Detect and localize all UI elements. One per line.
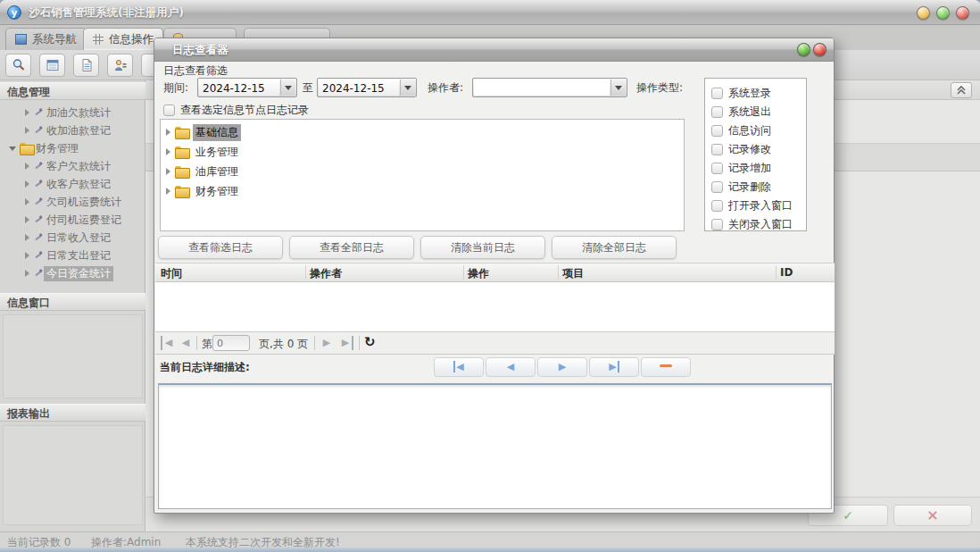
maximize-button[interactable] [936, 6, 950, 20]
sidebar-item-today-funds[interactable]: 今日资金统计 [0, 264, 145, 282]
dialog-titlebar[interactable]: 日志查看器 [154, 38, 834, 62]
cancel-button[interactable]: × [893, 505, 972, 526]
tree-node-depot-mgmt[interactable]: 油库管理 [166, 163, 241, 180]
view-all-logs-button[interactable]: 查看全部日志 [289, 236, 414, 259]
record-next-button[interactable]: ▶ [537, 357, 587, 377]
tab-info-ops[interactable]: 信息操作 [83, 28, 163, 50]
expander-icon[interactable] [25, 109, 29, 116]
next-page-icon: ▶ [323, 337, 330, 348]
date-from-select[interactable]: 2024-12-15 [197, 78, 297, 97]
column-operator[interactable]: 操作者 [310, 266, 342, 281]
sidebar-item-fuel-debt-stats[interactable]: 加油欠款统计 [0, 104, 145, 121]
op-type-close-entry-window[interactable]: 关闭录入窗口 [711, 215, 806, 231]
detail-description-area[interactable] [158, 383, 832, 509]
tree-node-basic-info[interactable]: 基础信息 [166, 124, 241, 140]
view-filtered-logs-button[interactable]: 查看筛选日志 [158, 236, 283, 259]
record-last-button[interactable]: ▶ [589, 357, 639, 377]
operator-button[interactable] [107, 54, 133, 77]
document-button[interactable] [73, 54, 99, 77]
checkbox-icon[interactable] [711, 163, 723, 174]
sidebar-item-daily-expense[interactable]: 日常支出登记 [0, 247, 145, 264]
op-type-record-delete[interactable]: 记录删除 [711, 178, 806, 197]
checkbox-icon[interactable] [711, 88, 723, 99]
op-type-system-login[interactable]: 系统登录 [711, 84, 806, 103]
refresh-button[interactable]: ↻ [364, 334, 376, 350]
sidebar-item-daily-income[interactable]: 日常收入登记 [0, 229, 145, 247]
sidebar-folder-finance[interactable]: 财务管理 [0, 139, 145, 157]
expander-icon[interactable] [25, 127, 29, 134]
first-page-button[interactable]: ◀ [161, 336, 175, 350]
expander-icon[interactable] [25, 198, 29, 205]
record-prev-button[interactable]: ◀ [486, 357, 536, 377]
checkbox-icon[interactable] [711, 106, 723, 118]
person-icon [113, 58, 128, 72]
checkbox-icon[interactable] [163, 105, 175, 116]
op-type-system-logout[interactable]: 系统退出 [711, 103, 806, 121]
checkbox-icon[interactable] [711, 200, 723, 212]
prev-page-button[interactable]: ◀ [179, 336, 193, 350]
sidebar-item-driver-freight-debt[interactable]: 欠司机运费统计 [0, 193, 145, 211]
sidebar-item-label: 欠司机运费统计 [44, 195, 124, 210]
expander-icon[interactable] [166, 129, 170, 136]
column-project[interactable]: 项目 [562, 266, 584, 281]
record-first-button[interactable]: ◀ [434, 357, 484, 377]
page-number-input[interactable] [212, 335, 250, 351]
checkbox-icon[interactable] [711, 144, 723, 155]
next-page-button[interactable]: ▶ [320, 336, 334, 350]
checkbox-icon[interactable] [711, 125, 723, 137]
sidebar-section-report-output[interactable]: 报表输出 [0, 404, 145, 422]
sidebar-item-fuel-payment[interactable]: 收加油款登记 [0, 121, 145, 139]
last-page-button[interactable]: ▶ [339, 336, 353, 350]
expander-icon[interactable] [25, 216, 29, 223]
expander-icon[interactable] [166, 168, 170, 175]
checkbox-icon[interactable] [711, 219, 723, 230]
log-table-body[interactable] [155, 282, 835, 331]
dropdown-arrow-icon[interactable] [280, 79, 295, 96]
op-type-record-add[interactable]: 记录增加 [711, 159, 806, 178]
expander-icon[interactable] [25, 234, 29, 241]
tool-icon [33, 125, 44, 136]
expander-icon[interactable] [166, 148, 170, 155]
to-label: 至 [303, 78, 313, 97]
search-button[interactable] [5, 54, 31, 77]
clear-current-logs-button[interactable]: 清除当前日志 [420, 236, 545, 259]
tree-node-business-mgmt[interactable]: 业务管理 [166, 144, 241, 160]
checkbox-icon[interactable] [711, 181, 723, 193]
tab-system-nav[interactable]: 系统导航 [5, 28, 87, 50]
op-type-open-entry-window[interactable]: 打开录入窗口 [711, 197, 806, 215]
date-to-select[interactable]: 2024-12-15 [317, 78, 417, 97]
clear-all-logs-button[interactable]: 清除全部日志 [552, 236, 677, 259]
sidebar-section-info-window[interactable]: 信息窗口 [0, 293, 145, 311]
tool-icon [33, 107, 44, 118]
expander-icon[interactable] [25, 252, 29, 259]
close-button[interactable] [956, 6, 969, 20]
sidebar-item-customer-debt[interactable]: 客户欠款统计 [0, 157, 145, 175]
expander-icon[interactable] [166, 188, 170, 195]
sidebar-item-customer-payment[interactable]: 收客户款登记 [0, 175, 145, 193]
sidebar-item-driver-freight-pay[interactable]: 付司机运费登记 [0, 211, 145, 229]
sidebar-section-info-mgmt[interactable]: 信息管理 [0, 82, 145, 100]
column-id[interactable]: ID [780, 266, 793, 279]
form-button[interactable] [39, 54, 65, 77]
record-delete-button[interactable] [641, 357, 691, 377]
column-action[interactable]: 操作 [468, 266, 489, 281]
expander-icon[interactable] [25, 270, 29, 277]
pagination-bar: ◀ ◀ 第 页,共 0 页 ▶ ▶ ↻ [155, 331, 835, 355]
column-time[interactable]: 时间 [161, 266, 182, 281]
expander-icon[interactable] [25, 163, 29, 170]
tool-icon [33, 250, 44, 261]
grid-icon [93, 34, 104, 45]
tree-node-finance-mgmt[interactable]: 财务管理 [166, 183, 241, 199]
operator-select[interactable] [472, 78, 627, 97]
op-type-info-access[interactable]: 信息访问 [711, 121, 806, 140]
minimize-button[interactable] [917, 6, 930, 20]
dropdown-arrow-icon[interactable] [610, 79, 626, 96]
dialog-minimize-button[interactable] [797, 43, 810, 56]
collapse-panel-button[interactable] [951, 82, 972, 98]
dialog-close-button[interactable] [813, 43, 826, 56]
op-type-record-modify[interactable]: 记录修改 [711, 140, 806, 159]
dropdown-arrow-icon[interactable] [400, 79, 415, 96]
node-filter-checkbox[interactable]: 查看选定信息节点日志记录 [163, 103, 309, 118]
expander-icon[interactable] [9, 146, 16, 151]
expander-icon[interactable] [25, 180, 29, 188]
